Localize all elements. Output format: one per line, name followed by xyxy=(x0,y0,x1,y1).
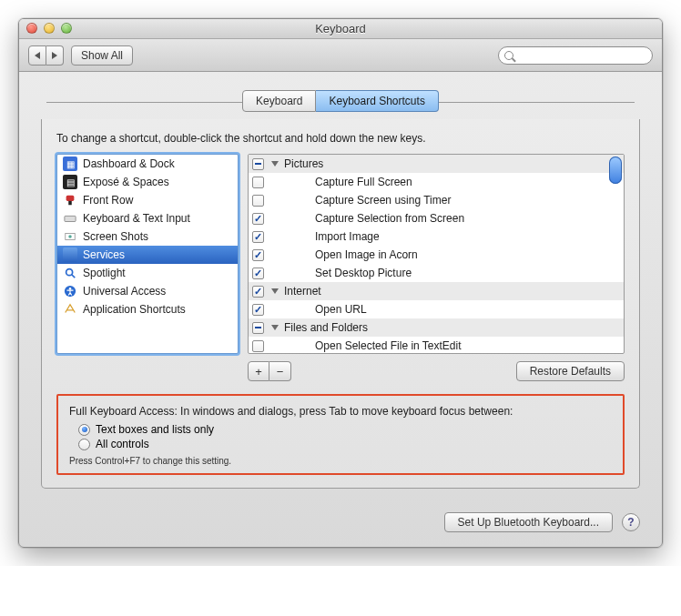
toolbar: Show All xyxy=(19,39,662,72)
svg-rect-2 xyxy=(65,216,76,221)
category-label: Application Shortcuts xyxy=(83,303,186,316)
category-frontrow[interactable]: Front Row xyxy=(57,191,238,209)
category-services[interactable]: Services xyxy=(57,246,238,264)
radio-label: All controls xyxy=(96,438,149,450)
category-expose[interactable]: ▤Exposé & Spaces xyxy=(57,173,238,191)
bottom-bar: Set Up Bluetooth Keyboard... ? xyxy=(19,503,662,547)
service-item[interactable]: Capture Full Screen xyxy=(249,173,624,191)
group-label: Pictures xyxy=(284,157,323,170)
radio-all-controls[interactable]: All controls xyxy=(78,438,612,450)
checkbox[interactable] xyxy=(252,286,264,298)
radio-label: Text boxes and lists only xyxy=(96,423,214,436)
kb-access-heading: Full Keyboard Access: In windows and dia… xyxy=(69,405,612,418)
service-group[interactable]: Internet xyxy=(249,282,624,300)
service-item[interactable]: Open Image in Acorn xyxy=(249,246,624,264)
radio-icon xyxy=(78,424,90,436)
service-label: Open Selected File in TextEdit xyxy=(291,339,462,352)
tab-keyboard-shortcuts[interactable]: Keyboard Shortcuts xyxy=(316,90,438,112)
add-button[interactable]: + xyxy=(248,361,269,381)
search-input[interactable] xyxy=(517,50,646,61)
checkbox[interactable] xyxy=(252,231,264,243)
window-controls xyxy=(26,23,72,34)
category-label: Services xyxy=(83,248,125,261)
full-keyboard-access-section: Full Keyboard Access: In windows and dia… xyxy=(56,394,625,475)
checkbox[interactable] xyxy=(252,177,264,188)
service-label: Open Image in Acorn xyxy=(291,248,418,261)
service-group[interactable]: Pictures xyxy=(249,155,624,173)
disclosure-triangle-icon[interactable] xyxy=(271,288,279,294)
checkbox[interactable] xyxy=(252,322,264,334)
svg-point-5 xyxy=(66,269,73,276)
category-kti[interactable]: Keyboard & Text Input xyxy=(57,209,238,227)
checkbox[interactable] xyxy=(252,268,264,279)
svg-point-4 xyxy=(68,235,72,238)
disclosure-triangle-icon[interactable] xyxy=(271,161,279,167)
shortcuts-panel: To change a shortcut, double-click the s… xyxy=(41,119,640,489)
tabbar: Keyboard Keyboard Shortcuts xyxy=(46,90,635,112)
service-item[interactable]: Open Selected File in TextEdit xyxy=(249,337,624,353)
category-label: Spotlight xyxy=(83,267,126,279)
group-label: Internet xyxy=(284,285,321,298)
help-button[interactable]: ? xyxy=(622,513,640,531)
category-label: Exposé & Spaces xyxy=(83,176,169,188)
category-label: Universal Access xyxy=(83,285,166,298)
checkbox[interactable] xyxy=(252,158,264,170)
service-label: Capture Screen using Timer xyxy=(291,194,451,207)
service-label: Open URL xyxy=(291,303,367,316)
svg-line-6 xyxy=(72,275,76,278)
category-screenshots[interactable]: Screen Shots xyxy=(57,227,238,246)
checkbox[interactable] xyxy=(252,304,264,316)
service-label: Capture Full Screen xyxy=(291,176,412,188)
shortcut-list[interactable]: PicturesCapture Full ScreenCapture Scree… xyxy=(248,154,625,354)
service-group[interactable]: Files and Folders xyxy=(249,318,624,337)
add-remove-segment: + − xyxy=(248,361,291,381)
chevron-right-icon xyxy=(52,52,57,59)
checkbox[interactable] xyxy=(252,249,264,261)
svg-rect-0 xyxy=(66,196,75,201)
category-ua[interactable]: Universal Access xyxy=(57,282,238,300)
checkbox[interactable] xyxy=(252,340,264,352)
svg-point-8 xyxy=(69,288,72,290)
category-label: Dashboard & Dock xyxy=(83,157,175,170)
service-item[interactable]: Import Image xyxy=(249,227,624,246)
service-label: Set Desktop Picture xyxy=(291,267,412,279)
checkbox[interactable] xyxy=(252,213,264,225)
service-item[interactable]: Capture Screen using Timer xyxy=(249,191,624,209)
show-all-button[interactable]: Show All xyxy=(71,45,133,66)
forward-button[interactable] xyxy=(46,45,64,66)
kb-access-footnote: Press Control+F7 to change this setting. xyxy=(69,456,612,466)
zoom-button[interactable] xyxy=(61,23,72,34)
restore-defaults-button[interactable]: Restore Defaults xyxy=(516,361,625,381)
service-label: Import Image xyxy=(291,230,380,243)
service-item[interactable]: Capture Selection from Screen xyxy=(249,209,624,227)
service-item[interactable]: Set Desktop Picture xyxy=(249,264,624,282)
back-button[interactable] xyxy=(28,45,46,66)
search-icon xyxy=(504,51,513,60)
nav-back-forward xyxy=(28,45,64,66)
tab-keyboard[interactable]: Keyboard xyxy=(242,90,316,112)
radio-text-boxes-only[interactable]: Text boxes and lists only xyxy=(78,423,612,436)
category-list[interactable]: ▦Dashboard & Dock▤Exposé & SpacesFront R… xyxy=(56,154,239,354)
remove-button[interactable]: − xyxy=(269,361,291,381)
radio-icon xyxy=(78,439,90,450)
close-button[interactable] xyxy=(26,23,37,34)
disclosure-triangle-icon[interactable] xyxy=(271,325,279,330)
window-title: Keyboard xyxy=(315,22,366,35)
category-dashboard[interactable]: ▦Dashboard & Dock xyxy=(57,155,238,173)
category-label: Screen Shots xyxy=(83,230,148,243)
category-label: Keyboard & Text Input xyxy=(83,212,190,225)
chevron-left-icon xyxy=(35,52,40,59)
group-label: Files and Folders xyxy=(284,321,368,334)
svg-rect-1 xyxy=(68,201,72,205)
titlebar: Keyboard xyxy=(19,19,662,39)
bluetooth-keyboard-button[interactable]: Set Up Bluetooth Keyboard... xyxy=(444,512,613,532)
instructions-text: To change a shortcut, double-click the s… xyxy=(56,132,625,145)
search-field[interactable] xyxy=(498,46,653,65)
checkbox[interactable] xyxy=(252,195,264,207)
category-appsc[interactable]: Application Shortcuts xyxy=(57,300,238,318)
category-spotlight[interactable]: Spotlight xyxy=(57,264,238,282)
scrollbar-thumb[interactable] xyxy=(609,157,622,184)
minimize-button[interactable] xyxy=(44,23,55,34)
preferences-window: Keyboard Show All Keyboard Keyboard Shor… xyxy=(18,18,663,548)
service-item[interactable]: Open URL xyxy=(249,300,624,318)
